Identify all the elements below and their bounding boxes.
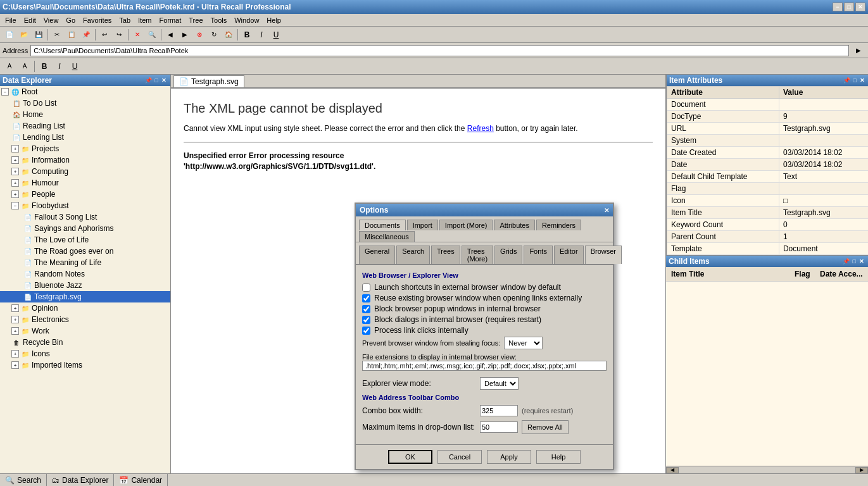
menu-window[interactable]: Window: [230, 15, 263, 25]
menu-tree[interactable]: Tree: [185, 15, 206, 25]
status-calendar[interactable]: 📅 Calendar: [114, 474, 168, 486]
checkbox-3[interactable]: [362, 305, 370, 313]
tree-item-humour[interactable]: + 📁 Humour: [0, 177, 170, 189]
pin-btn[interactable]: 📌: [144, 77, 153, 84]
expander-imported[interactable]: +: [11, 361, 19, 369]
tree-item-icons[interactable]: + 📁 Icons: [0, 348, 170, 359]
subtab-grids[interactable]: Grids: [494, 246, 522, 264]
subtab-trees-more[interactable]: Trees (More): [462, 246, 493, 264]
cut-btn[interactable]: ✂: [50, 28, 64, 42]
tree-item-home[interactable]: 🏠 Home: [0, 109, 170, 120]
checkbox-5[interactable]: [362, 327, 370, 335]
tree-item-projects[interactable]: + 📁 Projects: [0, 143, 170, 154]
tree-item-bluenote[interactable]: 📄 Bluenote Jazz: [0, 280, 170, 291]
menu-view[interactable]: View: [40, 15, 63, 25]
close-panel-btn[interactable]: ✕: [160, 77, 168, 84]
refresh-btn[interactable]: ↻: [207, 28, 221, 42]
tree-item-love[interactable]: 📄 The Love of Life: [0, 234, 170, 246]
apply-button[interactable]: Apply: [487, 450, 531, 464]
format-btn5[interactable]: U: [68, 59, 82, 73]
expander-floobydust[interactable]: −: [11, 202, 19, 209]
float-btn[interactable]: □: [154, 77, 160, 84]
new-btn[interactable]: 📄: [3, 28, 16, 42]
tree-item-fallout[interactable]: 📄 Fallout 3 Song List: [0, 211, 170, 223]
help-button[interactable]: Help: [536, 450, 581, 464]
prevent-focus-select[interactable]: Never Always: [504, 337, 543, 349]
tree-item-opinion[interactable]: + 📁 Opinion: [0, 302, 170, 314]
delete-btn[interactable]: ✕: [130, 28, 144, 42]
menu-tab[interactable]: Tab: [115, 15, 134, 25]
subtab-fonts[interactable]: Fonts: [524, 246, 553, 264]
checkbox-2[interactable]: [362, 294, 370, 302]
refresh-link[interactable]: Refresh: [467, 124, 494, 133]
tab-reminders[interactable]: Reminders: [536, 220, 581, 230]
combo-width-input[interactable]: [480, 405, 518, 416]
tree-container[interactable]: − 🌐 Root 📋 To Do List 🏠 Home 📄 Reading L…: [0, 86, 170, 473]
menu-go[interactable]: Go: [62, 15, 79, 25]
subtab-search[interactable]: Search: [396, 246, 430, 264]
menu-edit[interactable]: Edit: [20, 15, 40, 25]
checkbox-4[interactable]: [362, 316, 370, 324]
tree-item-information[interactable]: + 📁 Information: [0, 154, 170, 166]
italic-btn[interactable]: I: [255, 28, 268, 42]
underline-btn[interactable]: U: [269, 28, 283, 42]
home-nav-btn[interactable]: 🏠: [222, 28, 236, 42]
subtab-general[interactable]: General: [359, 246, 395, 264]
tab-attributes[interactable]: Attributes: [494, 220, 534, 230]
checkbox-1[interactable]: [362, 284, 370, 292]
close-button[interactable]: ✕: [855, 3, 865, 11]
ci-pin-btn[interactable]: 📌: [841, 258, 851, 265]
scroll-right-btn[interactable]: ▶: [855, 467, 868, 473]
menu-item[interactable]: Item: [134, 15, 155, 25]
expander-projects[interactable]: +: [11, 145, 19, 153]
tree-item-random[interactable]: 📄 Random Notes: [0, 268, 170, 280]
tree-item-work[interactable]: + 📁 Work: [0, 325, 170, 337]
max-items-input[interactable]: [480, 421, 518, 433]
child-col-dateacc[interactable]: Date Acce...: [816, 268, 867, 280]
tree-item-floobydust[interactable]: − 📁 Floobydust: [0, 200, 170, 211]
format-btn3[interactable]: B: [37, 59, 51, 73]
tree-item-imported[interactable]: + 📁 Imported Items: [0, 359, 170, 371]
menu-help[interactable]: Help: [263, 15, 285, 25]
expander-electronics[interactable]: +: [11, 316, 19, 323]
go-btn[interactable]: ▶: [852, 44, 865, 58]
subtab-editor[interactable]: Editor: [554, 246, 584, 264]
copy-btn[interactable]: 📋: [65, 28, 79, 42]
horizontal-scrollbar[interactable]: ◀ ▶: [666, 466, 868, 473]
tab-testgraph[interactable]: 📄 Testgraph.svg: [173, 75, 244, 87]
expander-humour[interactable]: +: [11, 179, 19, 187]
tree-item-sayings[interactable]: 📄 Sayings and Aphorisms: [0, 223, 170, 234]
minimize-button[interactable]: −: [833, 3, 843, 11]
redo-btn[interactable]: ↪: [112, 28, 126, 42]
expander-opinion[interactable]: +: [11, 304, 19, 312]
maximize-button[interactable]: □: [844, 3, 854, 11]
tab-documents[interactable]: Documents: [359, 220, 406, 230]
address-input[interactable]: [30, 45, 849, 56]
remove-all-button[interactable]: Remove All: [522, 420, 569, 434]
tree-item-root[interactable]: − 🌐 Root: [0, 86, 170, 97]
ci-close-btn[interactable]: ✕: [858, 258, 865, 265]
expander-computing[interactable]: +: [11, 168, 19, 175]
tree-item-people[interactable]: + 📁 People: [0, 189, 170, 200]
explorer-mode-select[interactable]: Default: [480, 377, 519, 390]
expander-icons[interactable]: +: [11, 350, 19, 358]
menu-file[interactable]: File: [1, 15, 20, 25]
undo-btn[interactable]: ↩: [97, 28, 111, 42]
tree-item-reading[interactable]: 📄 Reading List: [0, 120, 170, 132]
tab-import-more[interactable]: Import (More): [439, 220, 493, 230]
back-btn[interactable]: ◀: [163, 28, 177, 42]
tab-miscellaneous[interactable]: Miscellaneous: [359, 231, 415, 242]
expander-root[interactable]: −: [1, 88, 9, 96]
expander-information[interactable]: +: [11, 156, 19, 164]
stop-btn[interactable]: ⊗: [192, 28, 206, 42]
open-btn[interactable]: 📂: [17, 28, 31, 42]
subtab-trees[interactable]: Trees: [431, 246, 460, 264]
format-btn4[interactable]: I: [53, 59, 66, 73]
tree-item-computing[interactable]: + 📁 Computing: [0, 166, 170, 177]
ia-close-btn[interactable]: ✕: [859, 77, 866, 84]
menu-tools[interactable]: Tools: [207, 15, 231, 25]
scroll-left-btn[interactable]: ◀: [666, 467, 679, 473]
save-btn[interactable]: 💾: [32, 28, 46, 42]
paste-btn[interactable]: 📌: [79, 28, 93, 42]
tree-item-lending[interactable]: 📄 Lending List: [0, 132, 170, 143]
